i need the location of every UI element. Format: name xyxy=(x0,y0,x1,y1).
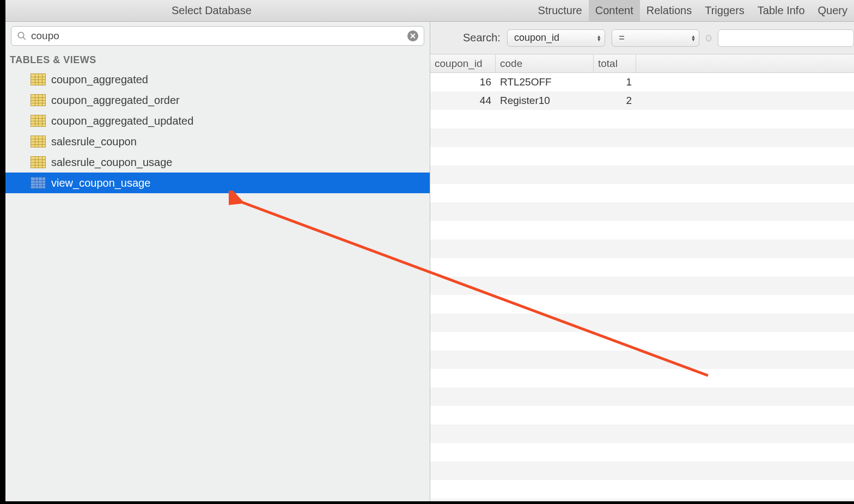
chevron-updown-icon: ▲▼ xyxy=(691,35,696,41)
grid-header: coupon_id code total xyxy=(430,54,854,73)
clear-search-icon[interactable] xyxy=(407,30,418,41)
tab-bar: Structure Content Relations Triggers Tab… xyxy=(532,0,854,21)
cell-coupon-id[interactable]: 16 xyxy=(430,76,496,88)
svg-line-1 xyxy=(23,37,26,40)
filter-operator-dropdown[interactable]: = ▲▼ xyxy=(612,29,699,47)
table-row xyxy=(430,165,854,184)
filter-field-value: coupon_id xyxy=(514,32,559,44)
cell-code[interactable]: Register10 xyxy=(496,95,594,107)
table-item-label: coupon_aggregated_order xyxy=(51,94,180,107)
table-row xyxy=(430,221,854,239)
tab-structure[interactable]: Structure xyxy=(532,0,589,21)
table-row xyxy=(430,351,854,369)
table-item-coupon-aggregated[interactable]: coupon_aggregated xyxy=(5,69,430,90)
table-icon xyxy=(30,73,46,85)
table-row xyxy=(430,239,854,258)
tab-content[interactable]: Content xyxy=(589,0,640,21)
filter-label: Search: xyxy=(463,32,501,44)
table-row xyxy=(430,128,854,147)
tab-table-info[interactable]: Table Info xyxy=(751,0,812,21)
sidebar-search[interactable] xyxy=(11,26,424,46)
table-row[interactable]: 16RTL25OFF1 xyxy=(430,73,854,91)
table-item-salesrule-coupon-usage[interactable]: salesrule_coupon_usage xyxy=(5,152,430,173)
cell-code[interactable]: RTL25OFF xyxy=(496,76,594,88)
cell-total[interactable]: 1 xyxy=(594,76,636,88)
window-bottom-edge xyxy=(0,501,854,504)
table-icon xyxy=(30,136,46,147)
chevron-updown-icon: ▲▼ xyxy=(596,35,601,41)
filter-indicator-icon xyxy=(706,35,711,41)
filter-bar: Search: coupon_id ▲▼ = ▲▼ xyxy=(430,22,854,54)
table-row xyxy=(430,184,854,202)
table-item-label: salesrule_coupon xyxy=(51,136,137,148)
table-row xyxy=(430,480,854,499)
filter-field-dropdown[interactable]: coupon_id ▲▼ xyxy=(507,29,605,47)
table-row xyxy=(430,462,854,480)
tab-query[interactable]: Query xyxy=(812,0,854,21)
table-row[interactable]: 44Register102 xyxy=(430,91,854,110)
tab-relations[interactable]: Relations xyxy=(640,0,698,21)
table-row xyxy=(430,314,854,332)
table-row xyxy=(430,332,854,351)
window-left-edge xyxy=(0,0,5,504)
filter-operator-value: = xyxy=(619,32,625,44)
table-row xyxy=(430,295,854,314)
top-toolbar: Select Database Structure Content Relati… xyxy=(5,0,854,22)
table-row xyxy=(430,202,854,221)
filter-value-input[interactable] xyxy=(718,29,854,47)
select-database-button[interactable]: Select Database xyxy=(172,4,252,17)
table-row xyxy=(430,499,854,501)
tables-views-header: TABLES & VIEWS xyxy=(5,50,430,69)
table-item-label: coupon_aggregated_updated xyxy=(51,115,193,127)
search-icon xyxy=(17,31,27,41)
table-row xyxy=(430,369,854,388)
cell-total[interactable]: 2 xyxy=(594,95,636,107)
table-row xyxy=(430,276,854,295)
content-pane: Search: coupon_id ▲▼ = ▲▼ coupon_id code… xyxy=(430,22,854,501)
table-item-coupon-aggregated-updated[interactable]: coupon_aggregated_updated xyxy=(5,110,430,131)
table-item-label: coupon_aggregated xyxy=(51,73,148,86)
table-row xyxy=(430,425,854,443)
sidebar-search-input[interactable] xyxy=(31,30,407,42)
svg-point-0 xyxy=(18,32,24,38)
table-row xyxy=(430,258,854,276)
cell-coupon-id[interactable]: 44 xyxy=(430,95,496,107)
grid-body: 16RTL25OFF144Register102 xyxy=(430,73,854,501)
table-row xyxy=(430,388,854,406)
table-row xyxy=(430,110,854,128)
view-icon xyxy=(30,177,46,189)
tab-triggers[interactable]: Triggers xyxy=(698,0,751,21)
table-item-salesrule-coupon[interactable]: salesrule_coupon xyxy=(5,131,430,152)
sidebar: TABLES & VIEWS coupon_aggregated coupon_… xyxy=(5,22,430,501)
table-item-view-coupon-usage[interactable]: view_coupon_usage xyxy=(5,173,430,193)
table-icon xyxy=(30,156,46,168)
table-row xyxy=(430,406,854,425)
table-icon xyxy=(30,115,46,127)
table-item-coupon-aggregated-order[interactable]: coupon_aggregated_order xyxy=(5,90,430,110)
table-row xyxy=(430,443,854,462)
tables-list: coupon_aggregated coupon_aggregated_orde… xyxy=(5,69,430,193)
table-icon xyxy=(30,94,46,106)
column-header-code[interactable]: code xyxy=(496,54,594,72)
column-header-coupon-id[interactable]: coupon_id xyxy=(430,54,496,72)
table-item-label: salesrule_coupon_usage xyxy=(51,156,172,169)
table-item-label: view_coupon_usage xyxy=(51,177,150,189)
table-row xyxy=(430,147,854,165)
column-header-total[interactable]: total xyxy=(594,54,636,72)
